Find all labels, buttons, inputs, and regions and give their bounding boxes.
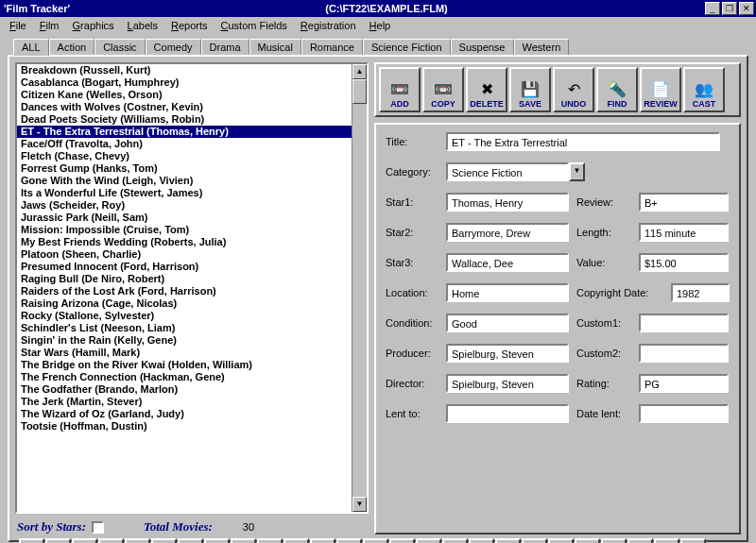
alpha-y[interactable]: Y — [654, 538, 679, 543]
maximize-button[interactable]: ❐ — [722, 2, 737, 15]
alpha-s[interactable]: S — [495, 538, 521, 543]
cast-button[interactable]: 👥CAST — [683, 67, 725, 112]
list-item[interactable]: Raising Arizona (Cage, Nicolas) — [17, 297, 367, 310]
lentto-field[interactable] — [446, 404, 569, 423]
film-listbox[interactable]: Breakdown (Russell, Kurt)Casablanca (Bog… — [15, 62, 369, 514]
tab-musical[interactable]: Musical — [249, 39, 301, 56]
alpha-h[interactable]: H — [204, 538, 230, 543]
alpha-k[interactable]: K — [284, 538, 309, 543]
minimize-button[interactable]: _ — [705, 2, 720, 15]
list-item[interactable]: Raging Bull (De Niro, Robert) — [17, 273, 367, 285]
alpha-c[interactable]: C — [72, 538, 97, 543]
rating-field[interactable]: PG — [639, 374, 729, 393]
list-item[interactable]: The Jerk (Martin, Stever) — [17, 396, 367, 408]
list-item[interactable]: Singin' in the Rain (Kelly, Gene) — [17, 334, 367, 347]
menu-reports[interactable]: Reports — [165, 19, 214, 32]
alpha-u[interactable]: U — [548, 538, 574, 543]
custom2-field[interactable] — [639, 344, 729, 363]
delete-button[interactable]: ✖DELETE — [466, 67, 507, 112]
star2-field[interactable]: Barrymore, Drew — [446, 223, 569, 242]
list-item[interactable]: Raiders of the Lost Ark (Ford, Harrison) — [17, 285, 367, 297]
list-item[interactable]: Citizen Kane (Welles, Orson) — [17, 89, 367, 101]
menu-registration[interactable]: Registration — [295, 19, 362, 32]
tab-action[interactable]: Action — [49, 39, 95, 56]
alpha-o[interactable]: O — [389, 538, 415, 543]
datelent-field[interactable] — [639, 404, 729, 423]
list-item[interactable]: Face/Off (Travolta, John) — [17, 138, 367, 150]
review-button[interactable]: 📄REVIEW — [640, 67, 681, 112]
alpha-l[interactable]: L — [310, 538, 335, 543]
list-item[interactable]: ET - The Extra Terrestrial (Thomas, Henr… — [17, 126, 367, 138]
list-item[interactable]: Platoon (Sheen, Charlie) — [17, 248, 367, 261]
sort-checkbox[interactable] — [92, 521, 104, 534]
menu-graphics[interactable]: Graphics — [67, 19, 120, 32]
list-item[interactable]: Dances with Wolves (Costner, Kevin) — [17, 101, 367, 113]
alpha-w[interactable]: W — [601, 538, 627, 543]
copy-button[interactable]: 📼COPY — [422, 67, 464, 112]
list-item[interactable]: Its a Wonderful Life (Stewert, James) — [17, 187, 367, 199]
list-item[interactable]: The Wizard of Oz (Garland, Judy) — [17, 408, 367, 420]
list-item[interactable]: The French Connection (Hackman, Gene) — [17, 371, 367, 383]
find-button[interactable]: 🔦FIND — [596, 67, 638, 112]
tab-all[interactable]: ALL — [13, 39, 49, 56]
condition-field[interactable]: Good — [446, 314, 569, 332]
alpha-x[interactable]: X — [627, 538, 653, 543]
list-item[interactable]: Fletch (Chase, Chevy) — [17, 150, 367, 162]
alpha-b[interactable]: B — [45, 538, 71, 543]
list-item[interactable]: The Godfather (Brando, Marlon) — [17, 383, 367, 396]
tab-science-fiction[interactable]: Science Fiction — [363, 39, 451, 56]
custom1-field[interactable] — [639, 314, 729, 332]
chevron-down-icon[interactable]: ▼ — [569, 162, 585, 181]
tab-western[interactable]: Western — [514, 39, 570, 56]
tab-comedy[interactable]: Comedy — [146, 39, 201, 56]
list-item[interactable]: Breakdown (Russell, Kurt) — [17, 64, 367, 76]
scrollbar[interactable]: ▲ ▼ — [352, 64, 367, 512]
alpha-q[interactable]: Q — [442, 538, 468, 543]
alpha-r[interactable]: R — [469, 538, 494, 543]
list-item[interactable]: Tootsie (Hoffman, Dustin) — [17, 420, 367, 433]
alpha-n[interactable]: N — [363, 538, 388, 543]
list-item[interactable]: Rocky (Stallone, Sylvester) — [17, 310, 367, 322]
alpha-t[interactable]: T — [522, 538, 547, 543]
alpha-d[interactable]: D — [98, 538, 124, 543]
list-item[interactable]: Schindler's List (Neeson, Liam) — [17, 322, 367, 334]
list-item[interactable]: Star Wars (Hamill, Mark) — [17, 347, 367, 359]
alpha-z[interactable]: Z — [680, 538, 706, 543]
list-item[interactable]: Jurassic Park (Neill, Sam) — [17, 212, 367, 224]
menu-film[interactable]: Film — [34, 19, 65, 32]
menu-help[interactable]: Help — [364, 19, 397, 32]
save-button[interactable]: 💾SAVE — [509, 67, 551, 112]
add-button[interactable]: 📼ADD — [379, 67, 421, 112]
list-item[interactable]: Gone With the Wind (Leigh, Vivien) — [17, 175, 367, 187]
value-field[interactable]: $15.00 — [639, 253, 729, 272]
tab-drama[interactable]: Drama — [201, 39, 249, 56]
category-value[interactable]: Science Fiction — [446, 162, 569, 181]
director-field[interactable]: Spielburg, Steven — [446, 374, 569, 393]
alpha-i[interactable]: I — [231, 538, 256, 543]
list-item[interactable]: Presumed Innocent (Ford, Harrison) — [17, 261, 367, 273]
tab-classic[interactable]: Classic — [94, 39, 145, 56]
close-button[interactable]: ✕ — [739, 2, 754, 15]
list-item[interactable]: Jaws (Scheider, Roy) — [17, 199, 367, 212]
alpha-a[interactable]: A — [19, 538, 44, 543]
alpha-j[interactable]: J — [257, 538, 283, 543]
scroll-down-button[interactable]: ▼ — [352, 497, 367, 512]
scroll-thumb[interactable] — [352, 79, 367, 104]
menu-custom-fields[interactable]: Custom Fields — [215, 19, 293, 32]
star3-field[interactable]: Wallace, Dee — [446, 253, 569, 272]
alpha-p[interactable]: P — [416, 538, 441, 543]
undo-button[interactable]: ↶UNDO — [553, 67, 594, 112]
alpha-m[interactable]: M — [336, 538, 362, 543]
tab-suspense[interactable]: Suspense — [451, 39, 514, 56]
copyright-field[interactable]: 1982 — [671, 283, 730, 302]
menu-labels[interactable]: Labels — [122, 19, 163, 32]
title-field[interactable]: ET - The Extra Terrestrial — [446, 132, 720, 151]
list-item[interactable]: My Best Friends Wedding (Roberts, Julia) — [17, 236, 367, 248]
alpha-v[interactable]: V — [575, 538, 600, 543]
list-item[interactable]: Casablanca (Bogart, Humphrey) — [17, 76, 367, 89]
alpha-g[interactable]: G — [178, 538, 203, 543]
length-field[interactable]: 115 minute — [639, 223, 729, 242]
review-field[interactable]: B+ — [639, 193, 729, 212]
scroll-up-button[interactable]: ▲ — [352, 64, 367, 79]
location-field[interactable]: Home — [446, 283, 569, 302]
